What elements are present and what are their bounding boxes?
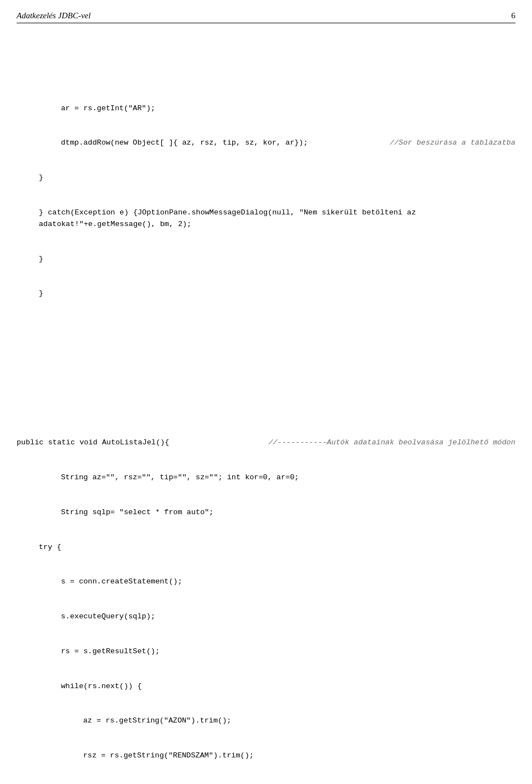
code-line: String az="", rsz="", tip="", sz=""; int… <box>17 472 515 484</box>
code-line: } catch(Exception e) {JOptionPane.showMe… <box>17 207 515 230</box>
code-line: dtmp.addRow(new Object[ ]{ az, rsz, tip,… <box>17 137 515 149</box>
code-line: while(rs.next()) { <box>17 681 515 693</box>
code-line: rsz = rs.getString("RENDSZAM").trim(); <box>17 750 515 762</box>
code-content: ar = rs.getInt("AR"); dtmp.addRow(new Ob… <box>17 33 515 784</box>
code-line: s = conn.createStatement(); <box>17 576 515 588</box>
code-line: s.executeQuery(sqlp); <box>17 611 515 623</box>
code-line: rs = s.getResultSet(); <box>17 646 515 658</box>
section-autolistajel: public static void AutoListaJel(){ //---… <box>17 414 515 785</box>
page-title: Adatkezelés JDBC-vel <box>17 11 91 21</box>
code-line: public static void AutoListaJel(){ //---… <box>17 437 515 449</box>
code-line: az = rs.getString("AZON").trim(); <box>17 715 515 727</box>
code-line: } <box>17 172 515 184</box>
page-header: Adatkezelés JDBC-vel 6 <box>17 11 515 23</box>
code-line: } <box>17 254 515 265</box>
code-line: String sqlp= "select * from auto"; <box>17 507 515 519</box>
section-continuation: ar = rs.getInt("AR"); dtmp.addRow(new Ob… <box>17 80 515 323</box>
code-line: ar = rs.getInt("AR"); <box>17 103 515 115</box>
code-line-try: try { <box>17 542 515 554</box>
code-line: } <box>17 288 515 300</box>
page-number: 6 <box>511 11 516 21</box>
